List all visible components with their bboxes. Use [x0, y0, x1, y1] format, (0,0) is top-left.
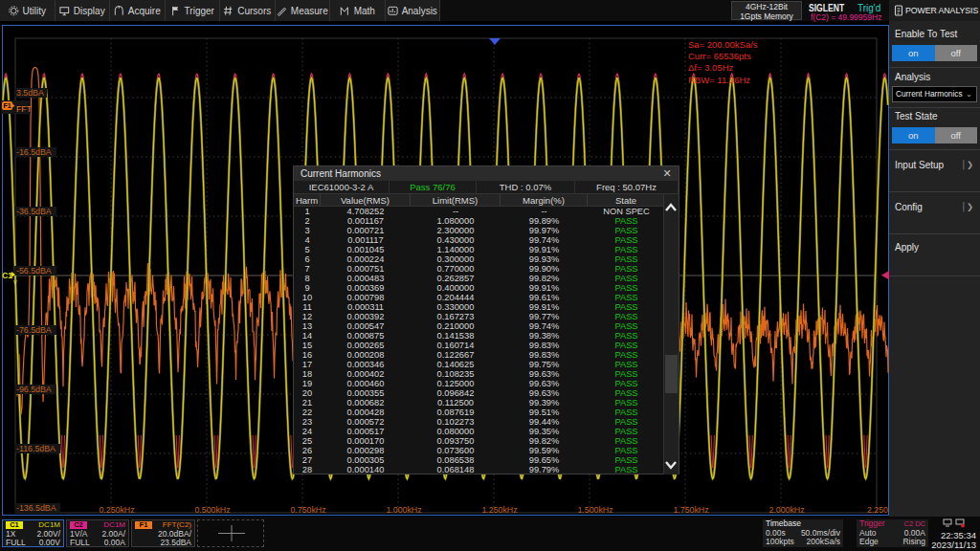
svg-text:1.250kHz: 1.250kHz — [481, 505, 517, 515]
svg-text:3.5dBA: 3.5dBA — [16, 88, 44, 98]
svg-text:0.750kHz: 0.750kHz — [290, 505, 325, 515]
svg-text:v: v — [13, 278, 17, 285]
svg-text:-76.5dBA: -76.5dBA — [16, 325, 52, 335]
svg-text:Curr= 65536pts: Curr= 65536pts — [688, 51, 751, 61]
svg-text:2.250: 2.250 — [867, 505, 888, 515]
svg-text:-16.5dBA: -16.5dBA — [16, 147, 52, 157]
svg-text:1.750kHz: 1.750kHz — [673, 505, 708, 515]
svg-text:-116.5dBA: -116.5dBA — [16, 444, 56, 453]
svg-text:1.500kHz: 1.500kHz — [577, 505, 612, 515]
svg-text:RBW= 11.36Hz: RBW= 11.36Hz — [688, 75, 750, 85]
svg-text:1.000kHz: 1.000kHz — [386, 505, 421, 515]
svg-text:-56.5dBA: -56.5dBA — [16, 266, 52, 276]
svg-text:-36.5dBA: -36.5dBA — [16, 207, 52, 216]
svg-text:Δf= 3.05Hz: Δf= 3.05Hz — [688, 62, 734, 73]
svg-text:FFT: FFT — [16, 104, 33, 114]
svg-text:Sa= 200.00kSa/s: Sa= 200.00kSa/s — [688, 39, 758, 50]
svg-text:F1: F1 — [3, 102, 11, 109]
svg-text:-96.5dBA: -96.5dBA — [16, 385, 52, 394]
svg-text:0.250kHz: 0.250kHz — [99, 505, 134, 515]
svg-text:2.000kHz: 2.000kHz — [768, 505, 804, 515]
svg-text:0.500kHz: 0.500kHz — [194, 505, 230, 515]
svg-text:-136.5dBA: -136.5dBA — [16, 503, 56, 513]
svg-text:C1: C1 — [2, 271, 12, 280]
